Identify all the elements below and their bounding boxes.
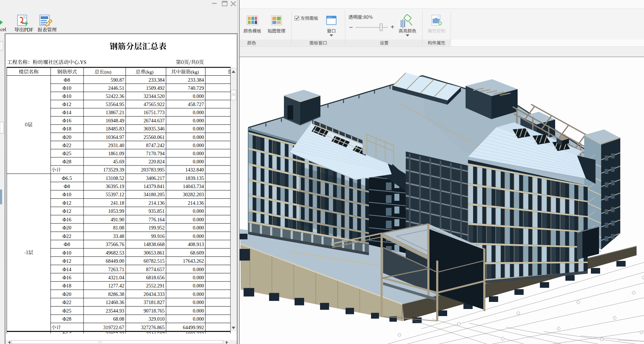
svg-text:60782.515: 60782.515 <box>144 258 165 264</box>
svg-text:68.609: 68.609 <box>190 250 204 256</box>
svg-text:0.000: 0.000 <box>193 94 204 99</box>
svg-text:4321.04: 4321.04 <box>108 275 125 280</box>
svg-text:Φ18: Φ18 <box>62 283 71 288</box>
svg-text:0.000: 0.000 <box>193 135 204 140</box>
svg-text:0.000: 0.000 <box>193 110 204 115</box>
svg-text:49682.53: 49682.53 <box>106 250 125 256</box>
svg-text:8747.242: 8747.242 <box>146 143 165 148</box>
svg-text:(kg): (kg) <box>146 69 154 75</box>
svg-text:1432.840: 1432.840 <box>186 167 204 173</box>
svg-text:Φ20: Φ20 <box>62 134 71 140</box>
svg-text:Φ6.5: Φ6.5 <box>62 175 72 181</box>
svg-text:0.000: 0.000 <box>193 126 204 132</box>
svg-text:90718.765: 90718.765 <box>144 308 165 314</box>
svg-text:13867.21: 13867.21 <box>106 110 125 115</box>
svg-text:214.136: 214.136 <box>188 200 204 206</box>
svg-text:25560.061: 25560.061 <box>144 135 165 140</box>
svg-text:26744.637: 26744.637 <box>144 118 165 123</box>
svg-text:Φ10: Φ10 <box>62 192 71 197</box>
svg-text:8774.657: 8774.657 <box>146 267 165 272</box>
svg-text:Φ28: Φ28 <box>62 159 71 164</box>
svg-text:47565.922: 47565.922 <box>144 102 165 107</box>
svg-text:1861.09: 1861.09 <box>108 151 125 156</box>
svg-text:327276.865: 327276.865 <box>141 325 165 330</box>
svg-text:203783.995: 203783.995 <box>141 167 165 173</box>
svg-text:935.851: 935.851 <box>149 209 165 214</box>
svg-text:2446.51: 2446.51 <box>108 86 125 91</box>
svg-text:Φ20: Φ20 <box>62 291 71 297</box>
svg-text:Φ10: Φ10 <box>62 250 71 256</box>
svg-text:458.727: 458.727 <box>188 102 204 107</box>
svg-text:408.913: 408.913 <box>188 242 204 247</box>
svg-text:0.000: 0.000 <box>193 151 204 156</box>
svg-text:0.000: 0.000 <box>193 308 204 314</box>
svg-text:Φ22: Φ22 <box>62 299 71 305</box>
svg-text:10364.97: 10364.97 <box>106 135 125 140</box>
svg-text:(m): (m) <box>104 69 112 75</box>
svg-text:0.000: 0.000 <box>193 118 204 123</box>
svg-text:Φ20: Φ20 <box>62 225 71 231</box>
svg-text:199.952: 199.952 <box>149 225 165 231</box>
svg-text:Φ14: Φ14 <box>62 110 72 115</box>
svg-text:37566.76: 37566.76 <box>106 242 125 247</box>
svg-text:319722.67: 319722.67 <box>103 325 125 330</box>
svg-text:Φ16: Φ16 <box>62 118 71 123</box>
svg-text:Φ8: Φ8 <box>64 77 70 83</box>
svg-text:Φ16: Φ16 <box>62 217 71 222</box>
svg-text:220.824: 220.824 <box>149 159 165 164</box>
svg-text:Φ25: Φ25 <box>62 308 71 314</box>
svg-text:16948.49: 16948.49 <box>106 118 125 123</box>
svg-text:233.384: 233.384 <box>149 77 165 83</box>
svg-text:491.90: 491.90 <box>111 217 125 222</box>
svg-text:17643.262: 17643.262 <box>183 258 204 264</box>
svg-text:0.000: 0.000 <box>193 225 204 231</box>
svg-text:Φ12: Φ12 <box>62 208 71 214</box>
svg-text:7170.794: 7170.794 <box>146 151 165 156</box>
svg-text:Φ12: Φ12 <box>62 101 71 107</box>
svg-text:0.000: 0.000 <box>193 283 204 288</box>
svg-text:30282.203: 30282.203 <box>183 192 204 197</box>
svg-text:0.000: 0.000 <box>193 267 204 272</box>
svg-text:Φ12: Φ12 <box>62 258 71 264</box>
svg-text:590.87: 590.87 <box>111 77 125 83</box>
svg-text:Φ8: Φ8 <box>64 183 70 189</box>
svg-text:45.69: 45.69 <box>113 159 125 164</box>
svg-text:241.18: 241.18 <box>111 200 125 206</box>
svg-text:PDF: PDF <box>24 27 33 33</box>
svg-text:81.08: 81.08 <box>113 225 125 231</box>
svg-text:Φ14: Φ14 <box>62 267 72 272</box>
svg-text:329.010: 329.010 <box>149 316 165 322</box>
svg-text:Φ28: Φ28 <box>62 316 71 322</box>
svg-text:52422.36: 52422.36 <box>106 94 125 99</box>
svg-text:Φ25: Φ25 <box>62 151 71 156</box>
svg-text:Φ8: Φ8 <box>64 241 70 247</box>
svg-text:53564.95: 53564.95 <box>106 102 125 107</box>
svg-text:23544.93: 23544.93 <box>106 308 125 314</box>
svg-text:6818.656: 6818.656 <box>146 275 165 280</box>
svg-text:0.000: 0.000 <box>193 234 204 239</box>
svg-text:2931.40: 2931.40 <box>108 143 125 148</box>
svg-text:1277.42: 1277.42 <box>108 283 125 288</box>
svg-text:3406.217: 3406.217 <box>146 176 165 181</box>
svg-text:0.000: 0.000 <box>193 159 204 164</box>
svg-text:68449.00: 68449.00 <box>106 258 125 264</box>
svg-text:0.000: 0.000 <box>193 209 204 214</box>
svg-text:214.136: 214.136 <box>149 200 165 206</box>
svg-text:8286.38: 8286.38 <box>108 292 125 297</box>
svg-text:0.000: 0.000 <box>193 217 204 222</box>
svg-text:14838.668: 14838.668 <box>144 242 165 247</box>
svg-text:37181.827: 37181.827 <box>144 300 165 305</box>
svg-text:16751.773: 16751.773 <box>144 110 165 115</box>
svg-text:7263.71: 7263.71 <box>108 267 125 272</box>
svg-text:0.000: 0.000 <box>193 275 204 280</box>
svg-text:30653.861: 30653.861 <box>144 250 165 256</box>
svg-text:1053.99: 1053.99 <box>108 209 125 214</box>
svg-text:32344.520: 32344.520 <box>144 94 165 99</box>
svg-text:13108.52: 13108.52 <box>106 176 125 181</box>
svg-text:0.000: 0.000 <box>193 316 204 322</box>
svg-text:18485.83: 18485.83 <box>106 126 125 132</box>
svg-text:776.164: 776.164 <box>149 217 165 222</box>
svg-text:99.916: 99.916 <box>151 234 165 239</box>
svg-text:740.729: 740.729 <box>188 86 204 91</box>
svg-text:20434.333: 20434.333 <box>144 292 165 297</box>
